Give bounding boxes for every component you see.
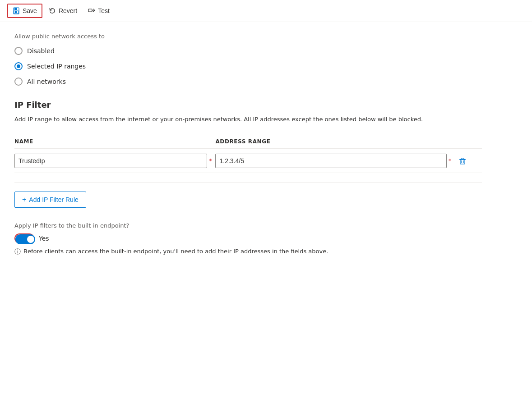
- name-required-star: *: [209, 158, 212, 164]
- info-note: ⓘ Before clients can access the built-in…: [14, 248, 482, 256]
- table-row: * *: [14, 149, 482, 173]
- info-icon: ⓘ: [14, 248, 21, 256]
- radio-all-networks[interactable]: All networks: [14, 78, 482, 86]
- svg-rect-6: [460, 160, 465, 164]
- col-header-address: ADDRESS RANGE: [215, 135, 455, 149]
- radio-label-all-networks: All networks: [27, 78, 66, 85]
- address-input[interactable]: [215, 154, 447, 168]
- ip-filter-title: IP Filter: [14, 100, 482, 110]
- radio-circle-all-networks: [14, 78, 23, 86]
- test-button[interactable]: Test: [83, 5, 114, 17]
- name-input-wrapper: *: [14, 154, 212, 168]
- revert-label: Revert: [59, 7, 77, 14]
- radio-label-disabled: Disabled: [27, 47, 55, 55]
- info-text: Before clients can access the built-in e…: [23, 248, 328, 255]
- add-rule-label: Add IP Filter Rule: [29, 196, 78, 203]
- apply-toggle[interactable]: [14, 233, 34, 243]
- revert-icon: [49, 7, 56, 14]
- save-button[interactable]: Save: [7, 4, 42, 18]
- delete-icon: [458, 157, 467, 165]
- add-ip-filter-rule-button[interactable]: + Add IP Filter Rule: [14, 192, 86, 208]
- network-access-label: Allow public network access to: [14, 33, 482, 40]
- toggle-row: Yes: [14, 233, 482, 243]
- radio-label-selected-ip: Selected IP ranges: [27, 63, 86, 70]
- radio-circle-disabled: [14, 47, 23, 55]
- apply-section: Apply IP filters to the built-in endpoin…: [14, 222, 482, 256]
- save-label: Save: [23, 7, 37, 14]
- radio-selected-ip-ranges[interactable]: Selected IP ranges: [14, 62, 482, 70]
- toggle-thumb: [27, 236, 34, 243]
- col-header-name: NAME: [14, 135, 215, 149]
- name-input[interactable]: [14, 154, 207, 168]
- apply-label: Apply IP filters to the built-in endpoin…: [14, 222, 482, 229]
- radio-circle-selected-ip: [14, 62, 23, 70]
- revert-button[interactable]: Revert: [44, 5, 82, 17]
- svg-rect-1: [14, 8, 17, 10]
- address-input-wrapper: *: [215, 154, 451, 168]
- radio-disabled[interactable]: Disabled: [14, 47, 482, 55]
- address-cell: *: [215, 149, 455, 173]
- svg-rect-4: [88, 9, 92, 12]
- name-cell: *: [14, 149, 215, 173]
- table-divider: [14, 182, 482, 183]
- ip-filter-description: Add IP range to allow access from the in…: [14, 115, 482, 124]
- test-label: Test: [98, 7, 110, 14]
- address-required-star: *: [449, 158, 451, 164]
- action-cell: [455, 149, 482, 173]
- toggle-label: Yes: [39, 235, 49, 242]
- ip-filter-table: NAME ADDRESS RANGE * *: [14, 135, 482, 173]
- add-icon: +: [22, 196, 26, 204]
- svg-rect-3: [15, 11, 17, 13]
- toolbar: Save Revert Test: [0, 0, 532, 22]
- toggle-track: [15, 234, 35, 244]
- network-radio-group: Disabled Selected IP ranges All networks: [14, 47, 482, 86]
- test-icon: [88, 7, 95, 14]
- delete-row-button[interactable]: [455, 155, 470, 167]
- main-content: Allow public network access to Disabled …: [0, 22, 496, 274]
- save-icon: [13, 7, 20, 14]
